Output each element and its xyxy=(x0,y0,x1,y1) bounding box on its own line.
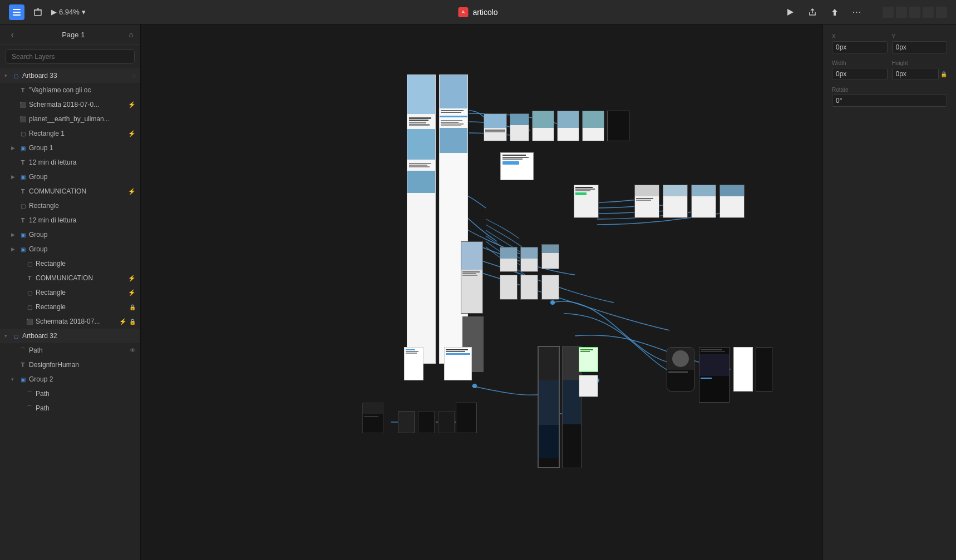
canvas-node-far-right-2[interactable] xyxy=(699,347,730,403)
rect2-item[interactable]: ▢ Rectangle xyxy=(0,199,140,213)
path1-item[interactable]: ⌒ Path 👁 xyxy=(0,343,140,358)
canvas-node-dense-1[interactable] xyxy=(500,247,518,272)
canvas-node-bm-2[interactable] xyxy=(579,375,598,397)
width-label: Width xyxy=(832,60,888,66)
img-schermata1-item[interactable]: ⬛ Schermata 2018-07-0... ⚡ xyxy=(0,97,140,112)
rect4-item[interactable]: ▢ Rectangle ⚡ xyxy=(0,285,140,300)
publish-button[interactable] xyxy=(827,4,842,20)
canvas-node-far-right-1[interactable] xyxy=(667,347,694,391)
text-12min2-item[interactable]: T 12 min di lettura xyxy=(0,213,140,227)
delete-button[interactable] xyxy=(30,4,46,20)
canvas-node-bm-1[interactable] xyxy=(579,347,598,372)
text-designforhuman-item[interactable]: T DesignforHuman xyxy=(0,358,140,372)
text-comm2-item[interactable]: T COMMUNICATION ⚡ xyxy=(0,271,140,285)
artboard-32-item[interactable]: ▾ ◻ Artboard 32 xyxy=(0,329,140,343)
canvas-node-dialog[interactable] xyxy=(500,152,534,180)
canvas-node-dense-5[interactable] xyxy=(520,275,538,300)
text-comm2-label: COMMUNICATION xyxy=(36,274,126,282)
img-schermata2-item[interactable]: ⬛ Schermata 2018-07... ⚡ 🔒 xyxy=(0,314,140,329)
path3-item[interactable]: ⌒ Path xyxy=(0,401,140,415)
canvas-node-rightmost-2[interactable] xyxy=(756,347,772,391)
rotate-input[interactable] xyxy=(832,95,947,107)
canvas-node-top-1[interactable] xyxy=(484,113,507,141)
rotate-property-row: Rotate xyxy=(832,87,947,107)
share-button[interactable] xyxy=(805,4,820,20)
path2-item[interactable]: ⌒ Path xyxy=(0,386,140,401)
rect3-item[interactable]: ▢ Rectangle xyxy=(0,256,140,271)
width-input[interactable] xyxy=(832,68,888,80)
y-label: Y xyxy=(892,33,948,39)
group-c-label: Group xyxy=(29,245,136,253)
panel-icon-2 xyxy=(896,7,907,18)
canvas-node-top-3[interactable] xyxy=(532,111,554,141)
svg-rect-2 xyxy=(13,14,21,16)
canvas-node-right-1[interactable] xyxy=(574,185,599,218)
group1-label: Group 1 xyxy=(29,144,136,152)
canvas-node-bottom-5[interactable] xyxy=(456,403,477,433)
text-12min1-item[interactable]: T 12 min di lettura xyxy=(0,155,140,170)
canvas-node-bottom-3[interactable] xyxy=(418,411,435,433)
canvas-node-br-2[interactable] xyxy=(444,347,472,380)
rect1-label: Rectangle 1 xyxy=(29,130,126,137)
panel-icon-5 xyxy=(936,7,947,18)
canvas-node-bottom-4[interactable] xyxy=(438,411,455,433)
canvas-node-phone-1[interactable] xyxy=(538,346,560,468)
canvas-node-bottom-2[interactable] xyxy=(398,411,415,433)
panel-header: ‹ Page 1 ⌂ xyxy=(0,24,140,45)
zoom-control[interactable]: ▶ 6.94% ▾ xyxy=(51,8,86,16)
canvas-node-right-2[interactable] xyxy=(634,185,659,218)
text-12min1-label: 12 min di lettura xyxy=(29,158,136,166)
canvas-node-dense-3[interactable] xyxy=(541,244,559,269)
canvas-node-dense-4[interactable] xyxy=(500,275,518,300)
group-b-item[interactable]: ▶ ▣ Group xyxy=(0,227,140,242)
canvas-node-right-5[interactable] xyxy=(720,185,745,218)
canvas-area[interactable] xyxy=(141,24,822,560)
more-options-button[interactable]: ··· xyxy=(849,4,865,20)
group2-item[interactable]: ▾ ▣ Group 2 xyxy=(0,372,140,386)
layers-toggle-button[interactable] xyxy=(9,4,24,20)
canvas-node-top-6[interactable] xyxy=(607,111,629,141)
rect5-item[interactable]: ▢ Rectangle 🔒 xyxy=(0,300,140,314)
canvas-node-bottom-1[interactable] xyxy=(362,403,383,433)
text-comm1-label: COMMUNICATION xyxy=(29,187,126,195)
artboard-33-label: Artboard 33 xyxy=(22,72,131,80)
panel-icon-3 xyxy=(909,7,920,18)
canvas-node-right-3[interactable] xyxy=(663,185,688,218)
x-property: X xyxy=(832,33,888,53)
canvas-node-tall-1[interactable] xyxy=(407,75,436,364)
canvas-node-top-2[interactable] xyxy=(510,113,529,141)
canvas-node-dense-6[interactable] xyxy=(541,275,559,300)
panel-controls xyxy=(883,7,947,18)
canvas-node-top-5[interactable] xyxy=(582,111,604,141)
rotate-label: Rotate xyxy=(832,87,947,93)
left-panel: ‹ Page 1 ⌂ ▾ ◻ Artboard 33 ⌂ T "Vaghiamo… xyxy=(0,24,141,560)
home-icon[interactable]: ⌂ xyxy=(129,30,134,39)
artboard-33-item[interactable]: ▾ ◻ Artboard 33 ⌂ xyxy=(0,68,140,83)
group-c-item[interactable]: ▶ ▣ Group xyxy=(0,242,140,256)
search-input[interactable] xyxy=(6,49,135,64)
path1-label: Path xyxy=(29,346,127,354)
preview-play-button[interactable] xyxy=(782,4,798,20)
canvas-node-mid-1[interactable] xyxy=(461,241,483,314)
height-input[interactable] xyxy=(892,68,939,80)
group-a-item[interactable]: ▶ ▣ Group xyxy=(0,170,140,184)
text-communication1-item[interactable]: T COMMUNICATION ⚡ xyxy=(0,184,140,199)
topbar-left: ▶ 6.94% ▾ xyxy=(9,4,86,20)
topbar-center: A articolo xyxy=(458,7,497,17)
zoom-level: 6.94% xyxy=(59,8,80,16)
group1-item[interactable]: ▶ ▣ Group 1 xyxy=(0,141,140,155)
zoom-dropdown-icon: ▾ xyxy=(82,8,86,16)
rect1-item[interactable]: ▢ Rectangle 1 ⚡ xyxy=(0,126,140,141)
text-vaghiamo-item[interactable]: T "Vaghiamo con gli oc xyxy=(0,83,140,97)
x-input[interactable] xyxy=(832,41,888,53)
canvas-node-rightmost-1[interactable] xyxy=(733,347,753,391)
topbar: ▶ 6.94% ▾ A articolo ··· xyxy=(0,0,956,24)
lock-icon[interactable]: 🔒 xyxy=(940,71,947,77)
canvas-node-br-1[interactable] xyxy=(404,347,423,380)
back-button[interactable]: ‹ xyxy=(7,29,18,40)
canvas-node-top-4[interactable] xyxy=(557,111,579,141)
canvas-node-right-4[interactable] xyxy=(691,185,716,218)
canvas-node-dense-2[interactable] xyxy=(520,247,538,272)
y-input[interactable] xyxy=(892,41,948,53)
img-planet-item[interactable]: ⬛ planet__earth_by_uliman... xyxy=(0,112,140,126)
